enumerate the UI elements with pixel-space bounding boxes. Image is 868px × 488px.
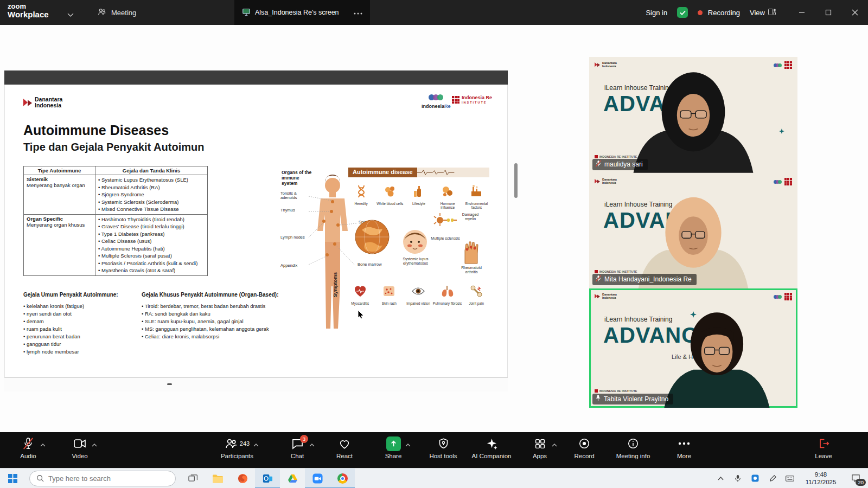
host-tools-button[interactable]: Host tools [418, 436, 468, 459]
tray-mic-icon[interactable] [729, 468, 746, 488]
sparkle-icon [486, 438, 498, 450]
symptom-item: MS: gangguan penglihatan, kelemahan angg… [142, 325, 299, 333]
meeting-info-button[interactable]: Meeting info [608, 436, 658, 459]
video-tile-tabita-active-speaker[interactable]: DanantaraIndonesia iLearn Inhouse Traini… [589, 288, 797, 408]
indonesia-re-text: Indonesia [422, 104, 444, 109]
chevron-down-icon[interactable] [67, 10, 74, 20]
danantara-logo: DanantaraIndonesia [595, 293, 617, 299]
autoimmune-disease-header: Autoimmune disease [348, 168, 489, 177]
apps-grid-icon [534, 438, 546, 450]
monitor-icon [242, 8, 251, 17]
symptom-joint-pain: Joint pain [462, 284, 491, 305]
tray-pen-icon[interactable] [764, 468, 781, 488]
drive-app-icon[interactable] [280, 468, 305, 488]
presentation-slide: Danantara Indonesia IndonesiaRe Indonesi… [4, 85, 508, 377]
close-button[interactable] [841, 0, 868, 25]
taskbar-search[interactable] [29, 471, 176, 486]
video-tile-mita[interactable]: DanantaraIndonesia iLearn Inhouse Traini… [589, 174, 797, 288]
chevron-up-icon[interactable] [309, 439, 315, 449]
indonesia-re-institute-logo: Indonesia Re INSTITUTE [452, 95, 492, 104]
disease-item: Hashimoto Thyroiditis (tiroid rendah) [98, 216, 205, 223]
disease-item: Graves' Disease (tiroid terlalu tinggi) [98, 223, 205, 230]
slide-subtitle: Tipe dan Gejala Penyakit Autoimun [23, 141, 204, 153]
chevron-up-icon[interactable] [253, 439, 259, 449]
outlook-icon[interactable] [255, 468, 280, 488]
start-button[interactable] [0, 468, 25, 488]
apps-button[interactable]: Apps [515, 436, 565, 459]
file-explorer-icon[interactable] [205, 468, 230, 488]
chevron-up-icon[interactable] [40, 439, 46, 449]
dna-icon [354, 184, 368, 198]
tray-keyboard-icon[interactable] [781, 468, 799, 488]
general-symptoms-section: Gejala Umum Penyakit Autoimmune: kelelah… [23, 292, 135, 356]
tray-app-icon[interactable] [746, 468, 764, 488]
cause-environmental-factors: Environmental factors [462, 184, 491, 210]
mouse-cursor [358, 310, 365, 322]
ai-companion-button[interactable]: AI Companion [467, 436, 516, 459]
disease-item: Rheumatoid Arthritis (RA) [98, 184, 205, 191]
indonesia-re-logos [774, 61, 792, 69]
rheumatoid-arthritis-label: Rheumatoid arthritis [455, 266, 488, 274]
participant-video-person [626, 70, 761, 174]
disease-item: Systemic Lupus Erythematosus (SLE) [98, 176, 205, 184]
chevron-up-icon[interactable] [552, 439, 557, 449]
indonesia-re-logos [774, 293, 792, 300]
zoom-app-icon[interactable] [305, 468, 330, 488]
hormone-icon [441, 184, 455, 198]
symptom-myocarditis: Myocarditis [346, 284, 375, 305]
video-tile-maulidya[interactable]: DanantaraIndonesia iLearn Inhouse Traini… [589, 57, 797, 174]
search-input[interactable] [48, 474, 157, 483]
view-layout-icon [768, 9, 776, 17]
titlebar-right-controls: Sign in Recording View [646, 0, 776, 25]
task-view-button[interactable] [180, 468, 205, 488]
mic-icon [22, 437, 34, 450]
audio-button[interactable]: Audio [3, 436, 53, 459]
screenshare-scrollbar[interactable] [514, 163, 518, 198]
tab-meeting[interactable]: Meeting [90, 0, 144, 25]
participants-icon [97, 8, 107, 18]
danantara-logo: DanantaraIndonesia [595, 61, 617, 68]
chat-button[interactable]: 3 Chat [272, 436, 322, 459]
security-shield-icon[interactable] [677, 7, 688, 18]
react-button[interactable]: React [320, 436, 369, 459]
tab-more-icon[interactable] [354, 9, 362, 16]
organ-label-bone-marrow: Bone marrow [358, 262, 384, 267]
tab-shared-screen-label: Alsa_Indonesia Re's screen [255, 9, 339, 16]
lupus-label: Systemic lupus erythematosus [392, 257, 439, 265]
notification-center-button[interactable]: 20 [843, 468, 868, 488]
chevron-up-icon[interactable] [405, 439, 411, 449]
bottle-icon [412, 184, 426, 198]
sign-in-button[interactable]: Sign in [646, 9, 667, 17]
share-button[interactable]: Share [368, 436, 418, 459]
symptom-item: Celiac: diare kronis, malabsorpsi [142, 333, 299, 341]
video-button[interactable]: Video [55, 436, 105, 459]
share-screen-icon [386, 436, 401, 451]
zoom-meeting-window: zoom Workplace Meeting Alsa_Indonesia Re… [0, 0, 868, 488]
maximize-button[interactable] [815, 0, 841, 25]
cause-lifestyle: Lifestyle [404, 184, 433, 210]
firefox-icon[interactable] [230, 468, 255, 488]
sparkle-icon [779, 126, 784, 136]
recording-indicator[interactable]: Recording [698, 9, 740, 17]
chrome-icon[interactable] [330, 468, 355, 488]
minimize-button[interactable] [788, 0, 815, 25]
taskbar-clock[interactable]: 9:48 11/12/2025 [799, 471, 843, 486]
symptom-item: RA: sendi bengkak dan kaku [142, 310, 299, 318]
participants-button[interactable]: 243 Participants [212, 436, 262, 459]
meeting-stage: Danantara Indonesia IndonesiaRe Indonesi… [0, 25, 868, 432]
tray-chevron-icon[interactable] [712, 468, 729, 488]
leave-button[interactable]: Leave [799, 436, 848, 459]
record-button[interactable]: Record [559, 436, 609, 459]
notification-count-badge: 20 [856, 479, 866, 486]
more-button[interactable]: More [659, 436, 709, 459]
cause-white-blood-cells: White blood cells [375, 184, 404, 210]
shared-app-titlebar [4, 70, 508, 85]
chevron-up-icon[interactable] [92, 439, 97, 449]
tab-shared-screen[interactable]: Alsa_Indonesia Re's screen [234, 0, 370, 25]
recording-dot-icon [698, 10, 703, 15]
autoimmune-disease-title: Autoimmune disease [348, 168, 417, 177]
table-row: Sistemik Menyerang banyak organ Systemic… [24, 175, 208, 215]
camera-icon [73, 438, 86, 449]
zoom-workplace-logo[interactable]: zoom Workplace [8, 3, 49, 20]
view-button[interactable]: View [750, 9, 776, 17]
